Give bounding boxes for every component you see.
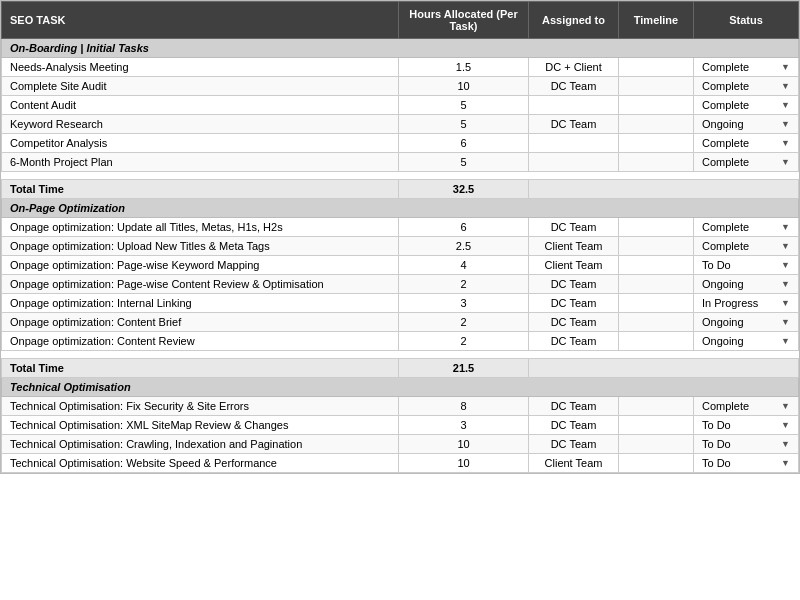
task-name: 6-Month Project Plan <box>2 153 399 172</box>
timeline-value <box>619 96 694 115</box>
timeline-value <box>619 237 694 256</box>
dropdown-arrow-icon[interactable]: ▼ <box>781 81 790 91</box>
table-row: Onpage optimization: Page-wise Keyword M… <box>2 256 799 275</box>
total-empty <box>529 180 799 199</box>
status-cell[interactable]: To Do▼ <box>694 435 799 454</box>
task-name: Onpage optimization: Update all Titles, … <box>2 218 399 237</box>
status-cell[interactable]: Ongoing▼ <box>694 332 799 351</box>
task-name: Onpage optimization: Upload New Titles &… <box>2 237 399 256</box>
assigned-value: Client Team <box>529 256 619 275</box>
spacer-cell <box>2 351 799 359</box>
section-header-label: Technical Optimisation <box>2 378 799 397</box>
task-name: Onpage optimization: Content Brief <box>2 313 399 332</box>
table-row: Onpage optimization: Update all Titles, … <box>2 218 799 237</box>
dropdown-arrow-icon[interactable]: ▼ <box>781 336 790 346</box>
table-row: Onpage optimization: Internal Linking3DC… <box>2 294 799 313</box>
dropdown-arrow-icon[interactable]: ▼ <box>781 458 790 468</box>
status-cell[interactable]: Complete▼ <box>694 218 799 237</box>
task-name: Onpage optimization: Page-wise Content R… <box>2 275 399 294</box>
status-cell[interactable]: To Do▼ <box>694 416 799 435</box>
dropdown-arrow-icon[interactable]: ▼ <box>781 317 790 327</box>
table-row: Onpage optimization: Page-wise Content R… <box>2 275 799 294</box>
timeline-value <box>619 332 694 351</box>
timeline-value <box>619 294 694 313</box>
dropdown-arrow-icon[interactable]: ▼ <box>781 420 790 430</box>
dropdown-arrow-icon[interactable]: ▼ <box>781 157 790 167</box>
header-task: SEO TASK <box>2 2 399 39</box>
hours-value: 10 <box>399 454 529 473</box>
status-cell[interactable]: Complete▼ <box>694 96 799 115</box>
table-row: Technical Optimisation: Fix Security & S… <box>2 397 799 416</box>
section-header-row: Technical Optimisation <box>2 378 799 397</box>
status-cell[interactable]: Complete▼ <box>694 153 799 172</box>
seo-task-table: SEO TASK Hours Allocated (Per Task) Assi… <box>0 0 800 474</box>
status-cell[interactable]: Ongoing▼ <box>694 275 799 294</box>
header-assigned: Assigned to <box>529 2 619 39</box>
task-name: Technical Optimisation: Crawling, Indexa… <box>2 435 399 454</box>
table-row: Onpage optimization: Content Review2DC T… <box>2 332 799 351</box>
task-name: Technical Optimisation: XML SiteMap Revi… <box>2 416 399 435</box>
status-cell[interactable]: Complete▼ <box>694 237 799 256</box>
status-label: Complete <box>702 400 749 412</box>
hours-value: 8 <box>399 397 529 416</box>
status-cell[interactable]: Complete▼ <box>694 397 799 416</box>
total-row: Total Time21.5 <box>2 359 799 378</box>
table-row: Technical Optimisation: Website Speed & … <box>2 454 799 473</box>
section-header-label: On-Page Optimization <box>2 199 799 218</box>
dropdown-arrow-icon[interactable]: ▼ <box>781 279 790 289</box>
hours-value: 10 <box>399 77 529 96</box>
hours-value: 3 <box>399 294 529 313</box>
dropdown-arrow-icon[interactable]: ▼ <box>781 241 790 251</box>
status-label: Complete <box>702 137 749 149</box>
table-row: Technical Optimisation: XML SiteMap Revi… <box>2 416 799 435</box>
timeline-value <box>619 454 694 473</box>
status-cell[interactable]: Ongoing▼ <box>694 313 799 332</box>
status-cell[interactable]: To Do▼ <box>694 454 799 473</box>
task-name: Content Audit <box>2 96 399 115</box>
dropdown-arrow-icon[interactable]: ▼ <box>781 260 790 270</box>
status-cell[interactable]: Complete▼ <box>694 58 799 77</box>
status-label: Complete <box>702 80 749 92</box>
status-label: To Do <box>702 457 731 469</box>
spacer-cell <box>2 172 799 180</box>
dropdown-arrow-icon[interactable]: ▼ <box>781 119 790 129</box>
status-label: To Do <box>702 438 731 450</box>
assigned-value: DC Team <box>529 416 619 435</box>
assigned-value: DC Team <box>529 313 619 332</box>
dropdown-arrow-icon[interactable]: ▼ <box>781 439 790 449</box>
timeline-value <box>619 397 694 416</box>
status-cell[interactable]: To Do▼ <box>694 256 799 275</box>
timeline-value <box>619 115 694 134</box>
status-label: Complete <box>702 156 749 168</box>
total-label: Total Time <box>2 359 399 378</box>
task-name: Onpage optimization: Page-wise Keyword M… <box>2 256 399 275</box>
header-timeline: Timeline <box>619 2 694 39</box>
task-name: Complete Site Audit <box>2 77 399 96</box>
dropdown-arrow-icon[interactable]: ▼ <box>781 401 790 411</box>
dropdown-arrow-icon[interactable]: ▼ <box>781 222 790 232</box>
table-row: Onpage optimization: Content Brief2DC Te… <box>2 313 799 332</box>
hours-value: 5 <box>399 153 529 172</box>
dropdown-arrow-icon[interactable]: ▼ <box>781 100 790 110</box>
status-label: Complete <box>702 221 749 233</box>
status-label: Complete <box>702 61 749 73</box>
dropdown-arrow-icon[interactable]: ▼ <box>781 298 790 308</box>
status-cell[interactable]: Complete▼ <box>694 134 799 153</box>
timeline-value <box>619 77 694 96</box>
status-cell[interactable]: Complete▼ <box>694 77 799 96</box>
dropdown-arrow-icon[interactable]: ▼ <box>781 138 790 148</box>
status-label: To Do <box>702 259 731 271</box>
assigned-value <box>529 134 619 153</box>
hours-value: 2 <box>399 313 529 332</box>
hours-value: 5 <box>399 96 529 115</box>
assigned-value <box>529 96 619 115</box>
assigned-value: DC Team <box>529 294 619 313</box>
dropdown-arrow-icon[interactable]: ▼ <box>781 62 790 72</box>
status-cell[interactable]: In Progress▼ <box>694 294 799 313</box>
timeline-value <box>619 134 694 153</box>
status-cell[interactable]: Ongoing▼ <box>694 115 799 134</box>
task-name: Technical Optimisation: Fix Security & S… <box>2 397 399 416</box>
hours-value: 4 <box>399 256 529 275</box>
table-row: Competitor Analysis6Complete▼ <box>2 134 799 153</box>
table-row: Technical Optimisation: Crawling, Indexa… <box>2 435 799 454</box>
